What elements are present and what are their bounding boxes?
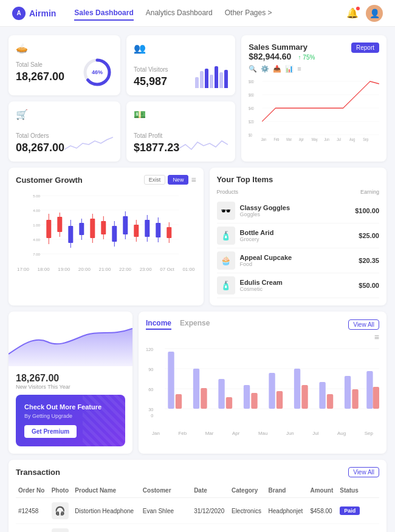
main-content: 🥧 Total Sale 18,267.00 46% [0, 27, 395, 532]
svg-text:Sep: Sep [363, 137, 369, 142]
svg-text:120: 120 [146, 347, 153, 352]
svg-text:$80: $80 [249, 79, 254, 84]
top-item-row: 🧴 Edulis Cream Cosmetic $50.00 [217, 273, 379, 298]
logo[interactable]: A Airmin [12, 7, 56, 20]
col-brand: Brand [266, 483, 308, 498]
cg-x-label: 19:00 [58, 267, 70, 272]
ic-x-label: Feb [178, 431, 187, 436]
avatar[interactable]: 👤 [366, 5, 383, 22]
svg-rect-92 [366, 371, 373, 409]
col-status: Status [337, 483, 379, 498]
top-item-row: 🕶️ Classy Goggles Goggles $100.00 [217, 199, 379, 223]
get-premium-button[interactable]: Get Premium [24, 425, 77, 438]
income-view-all-button[interactable]: View All [348, 319, 379, 330]
cell-status: Paid [337, 498, 379, 524]
svg-text:4.00: 4.00 [33, 238, 40, 242]
ic-x-label: Mar [205, 431, 214, 436]
users-icon: 👥 [134, 43, 228, 54]
stats-right-pair: 👥 Total Visitors 45,987 [126, 35, 235, 162]
tx-header: Transaction View All [16, 467, 379, 477]
cg-exist-btn[interactable]: Exist [144, 175, 166, 185]
tab-income[interactable]: Income [146, 319, 171, 330]
ti-item-image: 🧴 [217, 227, 235, 245]
zoom-icon[interactable]: 🔍 [249, 65, 257, 73]
svg-rect-77 [176, 394, 182, 409]
svg-rect-91 [352, 389, 358, 409]
svg-rect-82 [244, 385, 250, 409]
svg-rect-78 [193, 369, 199, 409]
ic-menu-icon[interactable]: ≡ [146, 332, 379, 342]
stat-sale-inner: Total Sale 18,267.00 46% [16, 56, 113, 88]
upgrade-subtitle: By Getting Upgrade [24, 413, 117, 419]
ss-percent: ↑ 75% [298, 54, 315, 61]
cg-x-label: 22:00 [119, 267, 131, 272]
mini-bar [200, 71, 204, 88]
total-sale-card: 🥧 Total Sale 18,267.00 46% [9, 35, 120, 95]
ti-item-earning: $20.35 [359, 257, 379, 264]
download-icon[interactable]: 📥 [273, 65, 281, 73]
cell-category: Electronics [229, 498, 266, 524]
settings-icon[interactable]: ⚙️ [261, 65, 269, 73]
ss-header: Sales Summary $82,944.60 ↑ 75% Report [249, 43, 379, 61]
svg-text:1.00: 1.00 [33, 223, 40, 227]
svg-rect-37 [68, 226, 73, 243]
nav-sales-dashboard[interactable]: Sales Dashboard [74, 6, 133, 21]
visitors-mini-bars [195, 66, 228, 88]
ti-item-earning: $25.00 [359, 232, 379, 239]
ti-item-info: Classy Goggles Goggles [240, 204, 351, 217]
nav-other-pages[interactable]: Other Pages > [225, 6, 272, 21]
svg-text:$0: $0 [249, 132, 252, 137]
ti-item-name: Bottle Arid [240, 229, 354, 236]
ic-header: Income Expense View All [146, 319, 379, 330]
nav-links: Sales Dashboard Analytics Dashboard Othe… [74, 6, 346, 21]
nav-right: 🔔 👤 [346, 5, 383, 22]
cg-new-btn[interactable]: New [168, 175, 188, 185]
svg-text:Apr: Apr [299, 137, 304, 142]
svg-text:Aug: Aug [349, 137, 355, 142]
ti-item-name: Appeal Cupcake [240, 254, 354, 261]
cell-product-name: Distortion Headphone [72, 498, 140, 524]
ti-item-name: Classy Goggles [240, 204, 351, 211]
top-item-row: 🧁 Appeal Cupcake Food $20.35 [217, 248, 379, 273]
visitor-value: 18,267.00 [16, 373, 125, 384]
chart-icon[interactable]: 📊 [285, 65, 294, 73]
nav-analytics-dashboard[interactable]: Analytics Dashboard [146, 6, 213, 21]
logo-icon: A [12, 7, 26, 20]
ic-x-label: Sep [365, 431, 373, 436]
ic-x-label: Jan [152, 431, 160, 436]
svg-rect-85 [276, 391, 283, 409]
cg-x-label: 21:00 [98, 267, 111, 272]
candle-chart-svg: 5.00 4.00 1.00 4.00 7.00 [16, 189, 196, 262]
ti-item-image: 🧁 [217, 251, 235, 270]
tx-view-all-button[interactable]: View All [348, 467, 379, 477]
svg-text:Jun: Jun [325, 137, 330, 142]
svg-rect-61 [156, 223, 160, 237]
cg-menu-icon[interactable]: ≡ [191, 175, 196, 185]
svg-rect-90 [345, 376, 351, 409]
mini-bar [215, 66, 218, 88]
cell-brand: Gnaw [266, 524, 308, 533]
cell-date: 25/12/2020 [191, 524, 229, 533]
col-date: Date [191, 483, 229, 498]
mini-bar [224, 70, 228, 88]
menu-icon[interactable]: ≡ [297, 65, 301, 73]
stat-orders-inner: Total Orders 08,267.00 [16, 132, 113, 154]
table-row: #12458 🍒 Battleborn Dryfruit Randy Vacca… [16, 524, 379, 533]
col-product-name: Product Name [72, 483, 140, 498]
svg-rect-43 [90, 219, 95, 238]
ti-columns: Products Earning [217, 189, 379, 195]
ti-item-info: Edulis Cream Cosmetic [240, 279, 354, 292]
ss-icons: 🔍 ⚙️ 📥 📊 ≡ [249, 65, 379, 73]
cg-x-label: 20:00 [78, 267, 91, 272]
cell-brand: Headphonjet [266, 498, 308, 524]
tab-expense[interactable]: Expense [180, 319, 210, 330]
lower-row: 18,267.00 New Visitors This Year Check O… [9, 312, 386, 454]
svg-rect-93 [373, 387, 379, 409]
svg-rect-52 [123, 216, 128, 234]
svg-text:Jul: Jul [337, 137, 341, 142]
top-item-row: 🧴 Bottle Arid Grocery $25.00 [217, 223, 379, 248]
top-items-card: Your Top Items Products Earning 🕶️ Class… [210, 168, 386, 305]
bell-icon[interactable]: 🔔 [346, 7, 359, 19]
report-button[interactable]: Report [351, 43, 379, 53]
ti-item-earning: $50.00 [359, 282, 379, 289]
